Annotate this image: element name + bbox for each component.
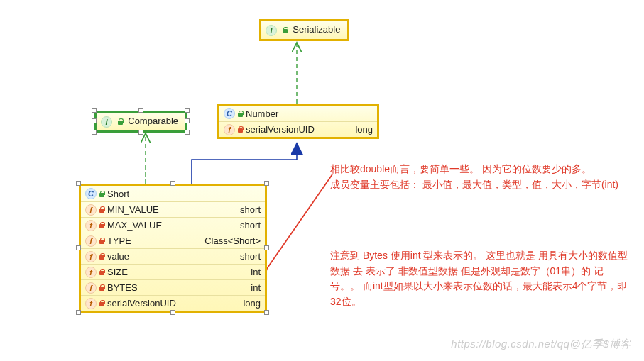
annotation-text: 相比较double而言，要简单一些。 因为它的位数要少的多。 xyxy=(330,162,621,177)
member-type: long xyxy=(355,124,373,135)
member-type: long xyxy=(243,298,261,309)
member-type: short xyxy=(240,220,261,231)
field-icon: f xyxy=(85,282,97,294)
member-row: fSIZEint xyxy=(81,264,265,279)
resize-handle[interactable] xyxy=(92,130,97,135)
resize-handle[interactable] xyxy=(76,181,81,186)
class-name: Serializable xyxy=(293,24,340,35)
field-icon: f xyxy=(85,220,97,231)
lock-icon xyxy=(237,126,244,133)
node-number[interactable]: C Number f serialVersionUID long xyxy=(217,104,379,139)
class-name: Short xyxy=(107,189,129,199)
lock-icon xyxy=(99,191,105,197)
lock-icon xyxy=(99,238,105,244)
resize-handle[interactable] xyxy=(170,310,175,315)
member-row: fMIN_VALUEshort xyxy=(81,201,265,217)
node-short[interactable]: C Short fMIN_VALUEshort fMAX_VALUEshort … xyxy=(79,184,267,313)
resize-handle[interactable] xyxy=(92,118,97,123)
resize-handle[interactable] xyxy=(264,245,269,250)
class-name: Comparable xyxy=(128,116,178,126)
resize-handle[interactable] xyxy=(185,130,190,135)
lock-icon xyxy=(99,253,105,260)
field-icon: f xyxy=(85,235,97,247)
resize-handle[interactable] xyxy=(138,108,143,113)
member-row: f serialVersionUID long xyxy=(219,121,377,137)
resize-handle[interactable] xyxy=(76,245,81,250)
lock-icon xyxy=(117,118,124,125)
resize-handle[interactable] xyxy=(76,310,81,315)
annotation-block-1: 相比较double而言，要简单一些。 因为它的位数要少的多。 成员变量主要包括：… xyxy=(330,162,621,192)
lock-icon xyxy=(282,27,288,33)
lock-icon xyxy=(99,284,105,291)
member-name: MAX_VALUE xyxy=(107,220,162,231)
member-row: fBYTESint xyxy=(81,279,265,295)
resize-handle[interactable] xyxy=(185,118,190,123)
member-name: value xyxy=(107,251,129,262)
member-name: TYPE xyxy=(107,235,131,246)
member-type: int xyxy=(251,267,261,277)
field-icon: f xyxy=(85,298,97,309)
watermark: https://blog.csdn.net/qq@亿季$博客 xyxy=(451,338,631,351)
class-icon: C xyxy=(85,188,97,199)
member-name: serialVersionUID xyxy=(246,124,315,135)
field-icon: f xyxy=(85,204,97,216)
resize-handle[interactable] xyxy=(264,310,269,315)
lock-icon xyxy=(99,269,105,275)
annotation-text: 注意到 Bytes 使用int 型来表示的。 这里也就是 用具有大小的数值型数据… xyxy=(330,248,628,310)
member-row: fTYPEClass<Short> xyxy=(81,233,265,248)
lock-icon xyxy=(99,300,105,306)
resize-handle[interactable] xyxy=(185,108,190,113)
interface-icon: I xyxy=(101,116,112,128)
member-name: BYTES xyxy=(107,282,138,293)
resize-handle[interactable] xyxy=(92,108,97,113)
member-name: serialVersionUID xyxy=(107,298,176,309)
member-row: fMAX_VALUEshort xyxy=(81,217,265,233)
lock-icon xyxy=(99,222,105,228)
lock-icon xyxy=(237,111,244,117)
resize-handle[interactable] xyxy=(264,181,269,186)
member-row: fvalueshort xyxy=(81,248,265,264)
annotation-text: 成员变量主要包括： 最小值，最大值，类型，值，大小，字节(int) xyxy=(330,177,621,193)
field-icon: f xyxy=(85,251,97,262)
member-type: short xyxy=(240,204,261,215)
lock-icon xyxy=(99,206,105,213)
member-name: MIN_VALUE xyxy=(107,204,159,215)
member-type: int xyxy=(251,282,261,293)
member-type: short xyxy=(240,251,261,262)
member-name: SIZE xyxy=(107,267,128,277)
resize-handle[interactable] xyxy=(138,130,143,135)
resize-handle[interactable] xyxy=(170,181,175,186)
annotation-block-2: 注意到 Bytes 使用int 型来表示的。 这里也就是 用具有大小的数值型数据… xyxy=(330,248,628,310)
class-name: Number xyxy=(246,109,278,119)
member-type: Class<Short> xyxy=(204,235,261,246)
class-icon: C xyxy=(224,108,235,119)
field-icon: f xyxy=(224,124,235,135)
node-serializable[interactable]: I Serializable xyxy=(259,19,349,41)
interface-icon: I xyxy=(266,25,277,36)
member-row: fserialVersionUIDlong xyxy=(81,295,265,311)
field-icon: f xyxy=(85,267,97,278)
